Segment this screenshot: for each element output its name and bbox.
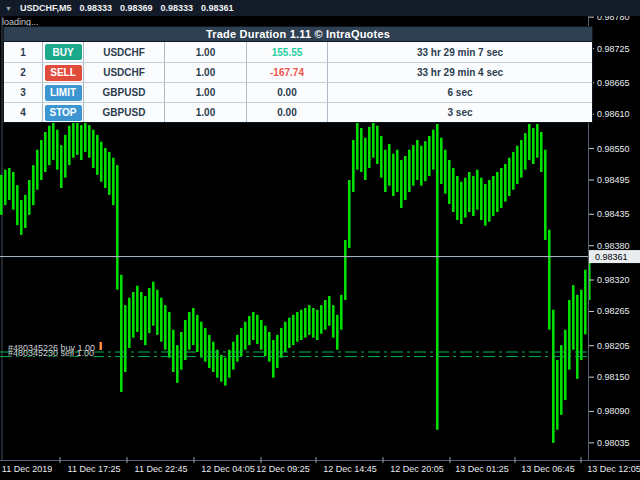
price-tick-label: 0.98550	[597, 144, 630, 154]
current-price-value: 0.98361	[595, 252, 628, 262]
profit-cell: -167.74	[247, 63, 328, 82]
price-tick-label: 0.98320	[597, 275, 630, 285]
action-cell: SELL	[43, 63, 84, 82]
price-tick-label: 0.98435	[597, 209, 630, 219]
symbol-cell: USDCHF	[84, 63, 165, 82]
duration-cell: 33 hr 29 min 4 sec	[328, 63, 592, 82]
panel-title: Trade Duration 1.11 © IntraQuotes	[4, 27, 592, 42]
action-cell: LIMIT	[43, 83, 84, 102]
time-tick-label: 12 Dec 09:25	[256, 464, 310, 474]
action-cell: BUY	[43, 42, 84, 62]
price-tick-label: 0.98380	[597, 241, 630, 251]
order-number-cell: 1	[4, 42, 43, 62]
order-number-cell: 4	[4, 103, 43, 122]
dropdown-triangle-icon[interactable]: ▼	[5, 5, 12, 12]
time-tick-label: 11 Dec 17:25	[68, 464, 121, 474]
lots-cell: 1.00	[165, 42, 247, 62]
ohlc-low: 0.98333	[161, 3, 194, 13]
time-tick-label: 12 Dec 04:05	[201, 464, 255, 474]
ohlc-open: 0.98333	[79, 3, 112, 13]
lots-cell: 1.00	[165, 63, 247, 82]
mt4-chart-window: 0.987800.987250.986650.986100.985500.984…	[0, 0, 640, 480]
chart-title-bar: ▼ USDCHF,M5 0.98333 0.98369 0.98333 0.98…	[0, 0, 640, 16]
order-line-label-sell: #480345230 sell 1.00	[8, 348, 94, 358]
price-tick-label: 0.98610	[597, 109, 630, 119]
lots-cell: 1.00	[165, 83, 247, 102]
order-number-cell: 2	[4, 63, 43, 82]
sell-button[interactable]: SELL	[45, 65, 82, 81]
price-tick-label: 0.98725	[597, 44, 630, 54]
time-tick-label: 13 Dec 01:25	[455, 464, 509, 474]
price-tick-label: 0.98265	[597, 306, 630, 316]
duration-cell: 6 sec	[328, 83, 592, 102]
price-tick-label: 0.98205	[597, 341, 630, 351]
duration-cell: 33 hr 29 min 7 sec	[328, 42, 592, 62]
duration-cell: 3 sec	[328, 103, 592, 122]
limit-button[interactable]: LIMIT	[45, 85, 82, 101]
price-tick-label: 0.98090	[597, 406, 630, 416]
chart-symbol-period: USDCHF,M5	[20, 3, 72, 13]
order-row: 4 STOP GBPUSD 1.00 0.00 3 sec	[4, 102, 592, 122]
stop-button[interactable]: STOP	[45, 105, 82, 121]
ohlc-high: 0.98369	[120, 3, 153, 13]
time-tick-label: 12 Dec 14:45	[323, 464, 377, 474]
entry-marker	[100, 342, 103, 350]
ohlc-close: 0.98361	[201, 3, 234, 13]
price-tick-label: 0.98495	[597, 175, 630, 185]
action-cell: STOP	[43, 103, 84, 122]
symbol-cell: GBPUSD	[84, 103, 165, 122]
price-tick-label: 0.98035	[597, 438, 630, 448]
trade-duration-panel: Trade Duration 1.11 © IntraQuotes 1 BUY …	[3, 26, 593, 123]
order-row: 2 SELL USDCHF 1.00 -167.74 33 hr 29 min …	[4, 62, 592, 82]
symbol-cell: GBPUSD	[84, 83, 165, 102]
time-tick-label: 13 Dec 06:45	[521, 464, 575, 474]
price-tick-label: 0.98150	[597, 372, 630, 382]
price-tick-label: 0.98665	[597, 78, 630, 88]
order-row: 1 BUY USDCHF 1.00 155.55 33 hr 29 min 7 …	[4, 42, 592, 62]
buy-button[interactable]: BUY	[45, 44, 82, 60]
profit-cell: 0.00	[247, 103, 328, 122]
profit-cell: 155.55	[247, 42, 328, 62]
time-tick-label: 12 Dec 20:05	[390, 464, 444, 474]
time-tick-label: 11 Dec 2019	[2, 464, 52, 474]
symbol-cell: USDCHF	[84, 42, 165, 62]
profit-cell: 0.00	[247, 83, 328, 102]
time-tick-label: 13 Dec 12:05	[587, 464, 640, 474]
time-tick-label: 11 Dec 22:45	[135, 464, 188, 474]
lots-cell: 1.00	[165, 103, 247, 122]
order-number-cell: 3	[4, 83, 43, 102]
order-row: 3 LIMIT GBPUSD 1.00 0.00 6 sec	[4, 82, 592, 102]
